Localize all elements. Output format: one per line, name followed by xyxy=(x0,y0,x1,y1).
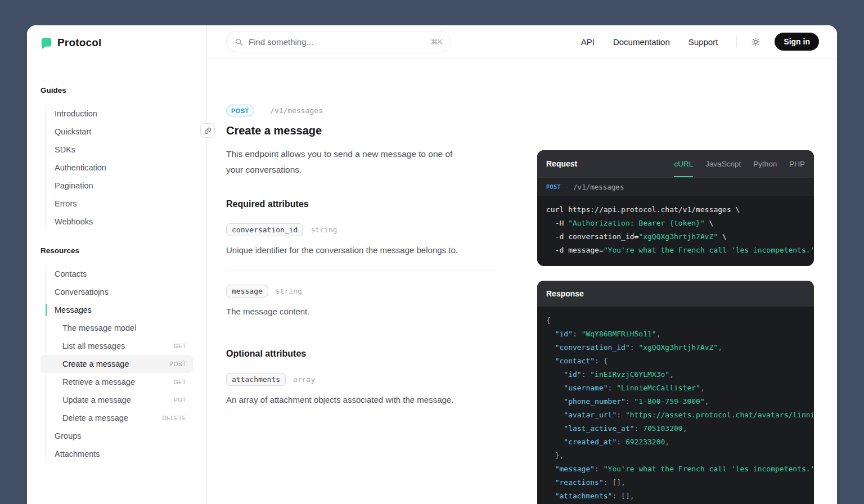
sidebar-sections: GuidesIntroductionQuickstartSDKsAuthenti… xyxy=(27,86,206,463)
search-shortcut: ⌘K xyxy=(430,38,443,46)
code-line: "created_at": 692233200, xyxy=(546,435,805,449)
search-input[interactable] xyxy=(249,37,425,47)
response-panel-header: Response xyxy=(537,281,814,307)
request-tab-curl[interactable]: cURL xyxy=(674,150,693,177)
request-panel-header: Request cURLJavaScriptPythonPHP xyxy=(537,150,814,177)
sidebar-item-pagination[interactable]: Pagination xyxy=(40,177,193,195)
sidebar-item-quickstart[interactable]: Quickstart xyxy=(40,123,193,141)
anchor-link-button[interactable] xyxy=(200,123,215,138)
attribute-description: An array of attachment objects associate… xyxy=(226,393,496,407)
sidebar-item-authentication[interactable]: Authentication xyxy=(40,159,193,177)
required-attributes-heading: Required attributes xyxy=(226,199,496,209)
code-line: "username": "LinnieMcCallister", xyxy=(546,381,805,395)
http-method-tag: PUT xyxy=(174,397,193,403)
http-method-tag: DELETE xyxy=(162,415,193,421)
code-line: "id": "WqY86BMFRiH5o11", xyxy=(546,327,805,341)
sign-in-button[interactable]: Sign in xyxy=(775,33,819,51)
endpoint-eyebrow: POST · /v1/messages xyxy=(226,105,496,116)
sidebar-list-guides: IntroductionQuickstartSDKsAuthentication… xyxy=(40,105,193,231)
code-line: "phone_number": "1-800-759-3000", xyxy=(546,395,805,408)
response-panel-title: Response xyxy=(546,289,584,298)
request-endpoint-row: POST · /v1/messages xyxy=(537,177,814,196)
optional-attributes-heading: Optional attributes xyxy=(226,349,496,359)
sidebar-item-groups[interactable]: Groups xyxy=(40,427,193,445)
code-line: "attachments": [], xyxy=(546,489,805,503)
required-attributes-list: conversation_idstringUnique identifier f… xyxy=(226,223,496,318)
sidebar-item-retrieve-a-message[interactable]: Retrieve a messageGET xyxy=(40,373,193,391)
chat-bubble-logo-icon xyxy=(40,37,52,49)
sidebar-item-label: Attachments xyxy=(55,449,100,458)
header-nav: APIDocumentationSupport Sign in xyxy=(581,33,837,51)
code-line: -d message="You're what the French call … xyxy=(546,244,805,257)
sidebar-item-list-all-messages[interactable]: List all messagesGET xyxy=(40,337,193,355)
code-line: curl https://api.protocol.chat/v1/messag… xyxy=(546,203,805,217)
sidebar-list-resources: ContactsConversatiojnsMessagesThe messag… xyxy=(40,265,193,463)
code-line: "conversation_id": "xgQQXg3hrtjh7AvZ", xyxy=(546,341,805,354)
request-language-tabs: cURLJavaScriptPythonPHP xyxy=(674,150,805,177)
sidebar-item-contacts[interactable]: Contacts xyxy=(40,265,193,283)
doc-content: POST · /v1/messages Create a message Thi… xyxy=(226,105,496,407)
sidebar-item-errors[interactable]: Errors xyxy=(40,195,193,213)
sidebar-item-label: Authentication xyxy=(55,163,106,172)
dot-separator: · xyxy=(261,106,263,115)
attribute-divider xyxy=(226,271,496,271)
sidebar-item-update-a-message[interactable]: Update a messagePUT xyxy=(40,391,193,409)
nav-link-support[interactable]: Support xyxy=(688,37,718,47)
app-card: Protocol GuidesIntroductionQuickstartSDK… xyxy=(27,25,837,504)
sidebar-item-label: Pagination xyxy=(55,181,93,190)
sidebar-item-label: Conversatiojns xyxy=(55,287,109,296)
attribute-row-message: messagestring xyxy=(226,285,496,298)
brand-logo[interactable]: Protocol xyxy=(40,37,206,49)
sidebar-item-label: Retrieve a message xyxy=(62,377,135,386)
endpoint-path: /v1/messages xyxy=(270,106,323,115)
request-method-label: POST xyxy=(546,184,561,190)
theme-toggle-button[interactable] xyxy=(749,35,762,48)
nav-link-documentation[interactable]: Documentation xyxy=(613,37,670,47)
attribute-row-attachments: attachmentsarray xyxy=(226,373,496,386)
attribute-name-badge: conversation_id xyxy=(226,223,303,236)
request-panel: Request cURLJavaScriptPythonPHP POST · /… xyxy=(537,150,814,266)
sidebar-item-label: Update a message xyxy=(62,395,131,404)
nav-link-api[interactable]: API xyxy=(581,37,595,47)
sidebar-item-introduction[interactable]: Introduction xyxy=(40,105,193,123)
sidebar-item-label: Messages xyxy=(55,305,92,314)
request-tab-python[interactable]: Python xyxy=(753,150,777,177)
sidebar-item-label: List all messages xyxy=(62,341,125,350)
brand-name: Protocol xyxy=(57,37,102,49)
top-header: ⌘K APIDocumentationSupport Sign in xyxy=(207,25,837,58)
sidebar-item-label: Groups xyxy=(55,431,82,440)
request-panel-title: Request xyxy=(546,159,577,168)
dot-separator: · xyxy=(566,183,568,191)
http-method-tag: GET xyxy=(174,343,193,349)
sidebar-item-delete-a-message[interactable]: Delete a messageDELETE xyxy=(40,409,193,427)
search-box[interactable]: ⌘K xyxy=(226,31,451,52)
request-endpoint-path: /v1/messages xyxy=(573,183,624,191)
attribute-description: The message content. xyxy=(226,305,496,318)
code-line: -H "Authorization: Bearer {token}" \ xyxy=(546,217,805,230)
header-nav-links: APIDocumentationSupport xyxy=(581,37,737,47)
sidebar-item-label: The message model xyxy=(62,323,136,332)
sidebar-item-attachments[interactable]: Attachments xyxy=(40,445,193,463)
sidebar: Protocol GuidesIntroductionQuickstartSDK… xyxy=(27,25,207,504)
sidebar-section-title-resources: Resources xyxy=(40,246,206,255)
sidebar-item-messages[interactable]: Messages xyxy=(40,301,193,319)
attribute-name-badge: attachments xyxy=(226,373,286,386)
attribute-description: Unique identifier for the conversation t… xyxy=(226,244,496,257)
attribute-type: string xyxy=(310,226,337,234)
request-code-block: curl https://api.protocol.chat/v1/messag… xyxy=(537,196,814,266)
sidebar-item-sdks[interactable]: SDKs xyxy=(40,141,193,159)
request-tab-javascript[interactable]: JavaScript xyxy=(705,150,741,177)
code-line: "last_active_at": 705103200, xyxy=(546,422,805,435)
sidebar-item-create-a-message[interactable]: Create a messagePOST xyxy=(40,355,193,373)
sidebar-item-webhooks[interactable]: Webhooks xyxy=(40,213,193,231)
sidebar-item-conversatiojns[interactable]: Conversatiojns xyxy=(40,283,193,301)
sidebar-item-label: Quickstart xyxy=(55,127,91,136)
attribute-type: string xyxy=(276,287,302,295)
http-method-tag: POST xyxy=(169,361,193,367)
code-line: "id": "inEIRvzjC6YLMX3o", xyxy=(546,368,805,381)
code-line: "message": "You're what the French call … xyxy=(546,462,805,476)
response-code-block: { "id": "WqY86BMFRiH5o11", "conversation… xyxy=(537,307,814,504)
request-tab-php[interactable]: PHP xyxy=(789,150,805,177)
code-panels: Request cURLJavaScriptPythonPHP POST · /… xyxy=(537,150,814,504)
sidebar-item-the-message-model[interactable]: The message model xyxy=(40,319,193,337)
